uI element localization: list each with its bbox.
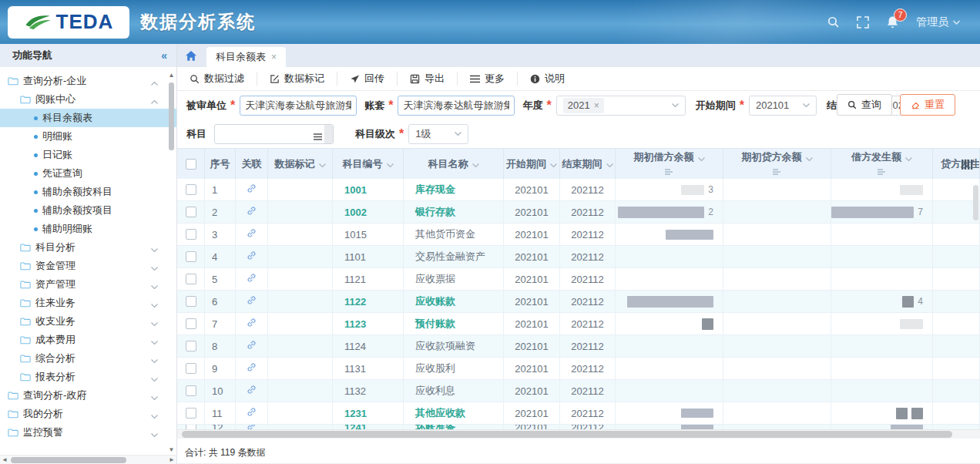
tab-close-icon[interactable]: × bbox=[271, 52, 277, 62]
sidebar-scroll-thumb[interactable] bbox=[169, 82, 174, 150]
cell-subject-name[interactable]: 应收账款 bbox=[404, 291, 504, 313]
sidebar-collapse-icon[interactable]: « bbox=[161, 49, 167, 62]
help-button[interactable]: 说明 bbox=[518, 67, 577, 90]
sidebar-item-0[interactable]: 查询分析-企业 bbox=[0, 72, 176, 90]
sidebar-item-9[interactable]: 科目分析 bbox=[0, 238, 176, 257]
fullscreen-icon[interactable] bbox=[857, 16, 869, 29]
user-menu[interactable]: 管理员 bbox=[916, 15, 960, 29]
scroll-up-arrow[interactable]: ▲ bbox=[168, 72, 175, 79]
table-horizontal-scrollbar[interactable] bbox=[177, 429, 980, 439]
sort-chevron-icon[interactable] bbox=[387, 158, 394, 170]
row-checkbox[interactable] bbox=[186, 385, 196, 396]
scroll-left-arrow[interactable]: ◄ bbox=[0, 456, 9, 463]
sidebar-item-12[interactable]: 往来业务 bbox=[0, 294, 176, 312]
sidebar-item-15[interactable]: 综合分析 bbox=[0, 349, 176, 368]
sidebar-item-16[interactable]: 报表分析 bbox=[0, 368, 176, 386]
cell-subject-name[interactable]: 其他应收款 bbox=[404, 402, 504, 425]
row-checkbox[interactable] bbox=[186, 341, 196, 351]
row-checkbox[interactable] bbox=[186, 251, 196, 262]
sidebar-item-2[interactable]: 科目余额表 bbox=[0, 109, 176, 127]
link-icon[interactable] bbox=[247, 228, 257, 240]
subtotal-icon[interactable] bbox=[878, 166, 887, 177]
link-icon[interactable] bbox=[247, 407, 257, 419]
column-header-8[interactable]: 期初借方余额 bbox=[616, 149, 723, 179]
column-header-7[interactable]: 结束期间 bbox=[560, 149, 616, 179]
sidebar-item-6[interactable]: 辅助余额按科目 bbox=[0, 183, 176, 201]
scroll-right-arrow[interactable]: ► bbox=[167, 456, 176, 463]
sidebar-item-19[interactable]: 监控预警 bbox=[0, 423, 176, 442]
table-hscroll-thumb[interactable] bbox=[182, 431, 952, 438]
column-header-10[interactable]: 借方发生额 bbox=[831, 149, 933, 179]
data-mark-button[interactable]: 数据标记 bbox=[257, 67, 337, 90]
sidebar-item-3[interactable]: 明细账 bbox=[0, 127, 176, 146]
home-icon[interactable] bbox=[185, 50, 197, 62]
row-checkbox[interactable] bbox=[186, 296, 196, 307]
export-button[interactable]: 导出 bbox=[398, 67, 457, 90]
select-all-checkbox[interactable] bbox=[186, 159, 196, 170]
year-select[interactable]: 2021 × bbox=[556, 96, 686, 116]
query-button[interactable]: 查询 bbox=[837, 94, 892, 116]
sort-chevron-icon[interactable] bbox=[698, 152, 705, 163]
sort-chevron-icon[interactable] bbox=[550, 158, 557, 170]
link-icon[interactable] bbox=[247, 362, 257, 375]
link-icon[interactable] bbox=[247, 385, 257, 397]
row-checkbox[interactable] bbox=[186, 408, 196, 419]
reset-button[interactable]: 重置 bbox=[900, 94, 955, 116]
list-picker-icon[interactable] bbox=[314, 129, 322, 143]
sort-chevron-icon[interactable] bbox=[905, 152, 912, 163]
cell-subject-code[interactable]: 1122 bbox=[333, 291, 404, 313]
notification-bell-icon[interactable]: 7 bbox=[886, 15, 899, 29]
link-icon[interactable] bbox=[247, 340, 257, 352]
sort-chevron-icon[interactable] bbox=[806, 152, 813, 163]
link-icon[interactable] bbox=[247, 183, 257, 196]
column-header-3[interactable]: 数据标记 bbox=[268, 149, 333, 179]
row-checkbox[interactable] bbox=[186, 274, 196, 284]
sort-chevron-icon[interactable] bbox=[606, 158, 613, 170]
cell-subject-code[interactable]: 1231 bbox=[333, 402, 404, 425]
row-checkbox[interactable] bbox=[186, 363, 196, 374]
more-button[interactable]: 更多 bbox=[458, 67, 517, 90]
column-header-9[interactable]: 期初贷方余额 bbox=[723, 149, 831, 179]
column-header-4[interactable]: 科目编号 bbox=[333, 149, 404, 179]
sidebar-item-1[interactable]: 阅账中心 bbox=[0, 90, 176, 109]
sidebar-vertical-scrollbar[interactable]: ▲ ▼ bbox=[168, 72, 175, 453]
link-icon[interactable] bbox=[247, 273, 257, 285]
sidebar-item-5[interactable]: 凭证查询 bbox=[0, 164, 176, 183]
subject-picker-button[interactable] bbox=[324, 125, 333, 143]
sidebar-item-4[interactable]: 日记账 bbox=[0, 146, 176, 164]
sidebar-horizontal-scrollbar[interactable]: ◄ ► bbox=[0, 455, 176, 464]
sidebar-item-11[interactable]: 资产管理 bbox=[0, 275, 176, 294]
column-header-5[interactable]: 科目名称 bbox=[404, 149, 504, 179]
link-icon[interactable] bbox=[247, 295, 257, 308]
subtotal-icon[interactable] bbox=[665, 166, 674, 177]
sidebar-item-17[interactable]: 查询分析-政府 bbox=[0, 386, 176, 405]
link-icon[interactable] bbox=[247, 318, 257, 330]
column-settings-icon[interactable] bbox=[962, 159, 975, 173]
cell-subject-code[interactable]: 1123 bbox=[333, 313, 404, 335]
start-period-select[interactable]: 202101 bbox=[749, 96, 817, 116]
sidebar-item-8[interactable]: 辅助明细账 bbox=[0, 220, 176, 238]
scroll-down-arrow[interactable]: ▼ bbox=[168, 446, 175, 453]
row-checkbox[interactable] bbox=[186, 229, 196, 240]
sidebar-item-13[interactable]: 收支业务 bbox=[0, 312, 176, 331]
subtotal-icon[interactable] bbox=[773, 166, 782, 177]
sidebar-item-10[interactable]: 资金管理 bbox=[0, 257, 176, 275]
send-back-button[interactable]: 回传 bbox=[337, 67, 397, 90]
unit-input[interactable] bbox=[240, 96, 357, 116]
row-checkbox[interactable] bbox=[186, 207, 196, 217]
data-filter-button[interactable]: 数据过滤 bbox=[177, 67, 257, 90]
search-icon[interactable] bbox=[827, 15, 840, 29]
link-icon[interactable] bbox=[247, 250, 257, 263]
row-checkbox[interactable] bbox=[186, 184, 196, 195]
book-input[interactable] bbox=[398, 96, 515, 116]
link-icon[interactable] bbox=[247, 206, 257, 218]
cell-subject-code[interactable]: 1001 bbox=[333, 179, 404, 201]
cell-subject-code[interactable]: 1002 bbox=[333, 201, 404, 224]
column-header-6[interactable]: 开始期间 bbox=[504, 149, 560, 179]
cell-subject-name[interactable]: 预付账款 bbox=[404, 313, 504, 335]
sort-chevron-icon[interactable] bbox=[319, 158, 326, 170]
tab-subject-balance[interactable]: 科目余额表 × bbox=[206, 47, 286, 67]
year-remove-icon[interactable]: × bbox=[594, 100, 599, 111]
row-checkbox[interactable] bbox=[186, 318, 196, 329]
subject-level-select[interactable]: 1级 bbox=[408, 124, 468, 144]
